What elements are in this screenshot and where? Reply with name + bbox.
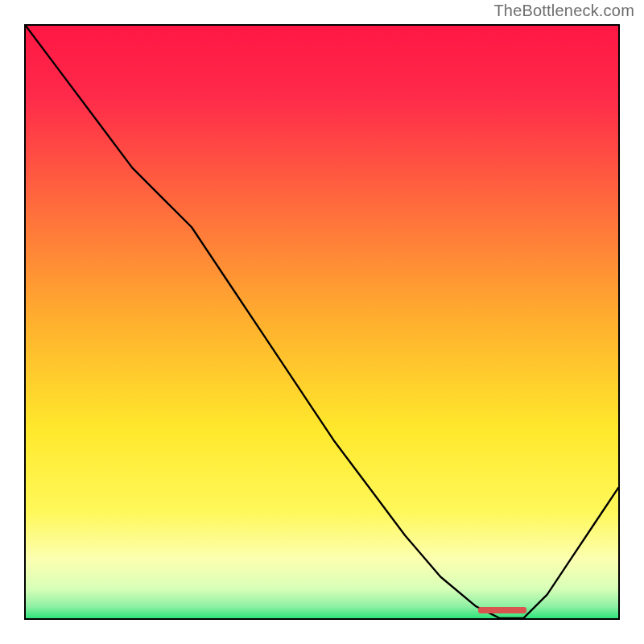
optimal-marker: [478, 607, 526, 613]
plot-area: [24, 24, 620, 620]
bottleneck-curve: [26, 26, 618, 618]
attribution-label: TheBottleneck.com: [493, 2, 634, 20]
chart-root: TheBottleneck.com: [0, 0, 644, 644]
